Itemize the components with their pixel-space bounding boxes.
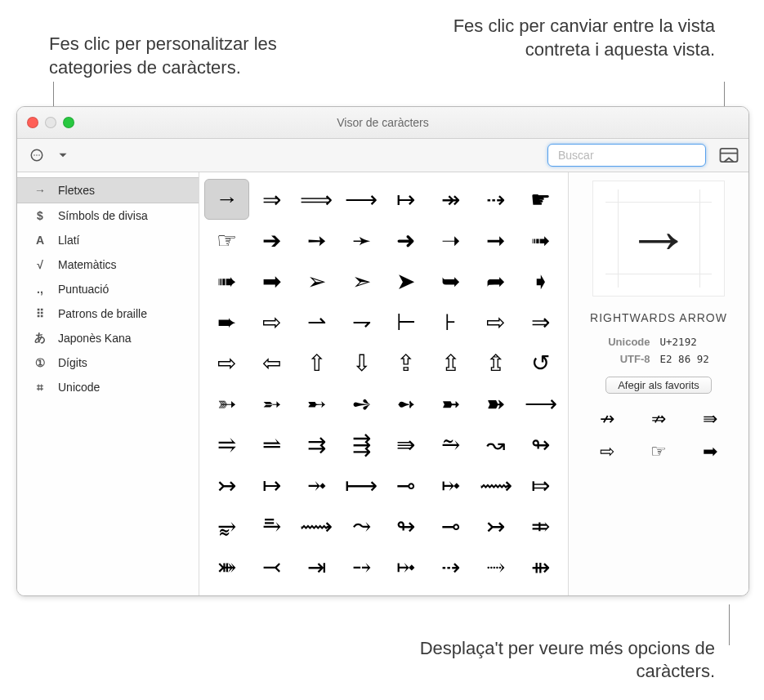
character-cell[interactable]: ⟶ bbox=[339, 179, 384, 220]
character-cell[interactable]: ⤑ bbox=[473, 546, 518, 587]
character-cell[interactable]: ➛ bbox=[339, 220, 384, 261]
sidebar-item-s-mbols-de-divisa[interactable]: $Símbols de divisa bbox=[17, 203, 199, 228]
zoom-window-button[interactable] bbox=[63, 117, 74, 128]
variant-cell[interactable]: ⇛ bbox=[693, 408, 728, 430]
character-cell[interactable]: ⊸ bbox=[384, 465, 429, 506]
character-cell[interactable]: ⤠ bbox=[384, 546, 429, 587]
character-cell[interactable]: ➸ bbox=[294, 383, 339, 424]
character-cell[interactable]: ⇨ bbox=[473, 301, 518, 342]
character-cell[interactable]: ⤠ bbox=[428, 465, 473, 506]
character-cell[interactable]: ⟶ bbox=[518, 383, 563, 424]
character-cell[interactable]: ⇒ bbox=[518, 301, 563, 342]
character-cell[interactable]: ⇨ bbox=[249, 301, 294, 342]
character-cell[interactable]: ↠ bbox=[428, 179, 473, 220]
character-cell[interactable]: ↣ bbox=[204, 465, 249, 506]
character-cell[interactable]: ➢ bbox=[294, 261, 339, 301]
sidebar-item-unicode[interactable]: ⌗Unicode bbox=[17, 375, 199, 399]
character-cell[interactable]: ⇦ bbox=[249, 342, 294, 383]
variant-cell[interactable]: ➡ bbox=[693, 441, 728, 462]
sidebar-item-puntuaci-[interactable]: .,Puntuació bbox=[17, 277, 199, 301]
character-cell[interactable]: ⥲ bbox=[428, 424, 473, 465]
character-cell[interactable]: ➺ bbox=[339, 383, 384, 424]
character-cell[interactable]: ↬ bbox=[384, 506, 429, 546]
character-cell[interactable]: ➞ bbox=[473, 220, 518, 261]
character-cell[interactable]: ➽ bbox=[473, 383, 518, 424]
character-cell[interactable]: ⤙ bbox=[249, 546, 294, 587]
sidebar-item-d-gits[interactable]: ①Dígits bbox=[17, 350, 199, 375]
add-to-favorites-button[interactable]: Afegir als favorits bbox=[605, 377, 712, 394]
character-cell[interactable]: ➥ bbox=[428, 261, 473, 301]
character-cell[interactable]: ⇛ bbox=[384, 424, 429, 465]
character-cell[interactable]: ➙ bbox=[294, 220, 339, 261]
character-cell[interactable]: ⤃ bbox=[518, 506, 563, 546]
character-cell[interactable]: ➟ bbox=[518, 220, 563, 261]
character-cell[interactable]: ⇨ bbox=[204, 342, 249, 383]
character-cell[interactable]: ⤘ bbox=[204, 546, 249, 587]
character-cell[interactable]: ⊢ bbox=[384, 301, 429, 342]
character-cell[interactable]: ☛ bbox=[518, 179, 563, 220]
character-cell[interactable]: ⇪ bbox=[384, 342, 429, 383]
character-cell[interactable]: ⤍ bbox=[339, 546, 384, 587]
character-cell[interactable]: ⇩ bbox=[339, 342, 384, 383]
close-window-button[interactable] bbox=[27, 117, 38, 128]
character-cell[interactable]: ⇀ bbox=[294, 301, 339, 342]
character-cell[interactable]: ➻ bbox=[384, 383, 429, 424]
character-cell[interactable]: ⇢ bbox=[428, 546, 473, 587]
character-cell[interactable]: ⇧ bbox=[294, 342, 339, 383]
sidebar-item-fletxes[interactable]: →Fletxes bbox=[17, 177, 199, 203]
search-field[interactable] bbox=[547, 144, 706, 167]
character-cell[interactable]: ⟹ bbox=[294, 179, 339, 220]
character-cell[interactable]: ⇁ bbox=[339, 301, 384, 342]
sidebar-item-japon-s-kana[interactable]: あJaponès Kana bbox=[17, 326, 199, 350]
character-cell[interactable]: ↦ bbox=[249, 465, 294, 506]
character-cell[interactable]: ⥬ bbox=[249, 424, 294, 465]
character-cell[interactable]: ⤞ bbox=[294, 465, 339, 506]
character-cell[interactable]: ⥱ bbox=[249, 506, 294, 546]
sidebar-item-matem-tics[interactable]: √Matemàtics bbox=[17, 252, 199, 277]
customize-categories-button[interactable] bbox=[25, 145, 48, 165]
character-cell[interactable]: ⇶ bbox=[339, 424, 384, 465]
character-cell[interactable]: ⤳ bbox=[339, 506, 384, 546]
character-cell[interactable]: ↬ bbox=[518, 424, 563, 465]
character-cell[interactable]: ⇒ bbox=[249, 179, 294, 220]
character-cell[interactable]: ⊦ bbox=[428, 301, 473, 342]
character-cell[interactable]: ⇉ bbox=[294, 424, 339, 465]
character-cell[interactable]: ➡ bbox=[249, 261, 294, 301]
character-cell[interactable]: ⥤ bbox=[204, 424, 249, 465]
sidebar-item-patrons-de-braille[interactable]: ⠿Patrons de braille bbox=[17, 301, 199, 326]
character-cell[interactable]: ➨ bbox=[204, 301, 249, 342]
character-cell[interactable]: ⟿ bbox=[294, 506, 339, 546]
character-cell[interactable]: ⟼ bbox=[339, 465, 384, 506]
character-cell[interactable]: ➵ bbox=[249, 383, 294, 424]
character-cell[interactable]: ➼ bbox=[428, 383, 473, 424]
character-cell[interactable]: ➣ bbox=[339, 261, 384, 301]
character-cell[interactable]: ⇬ bbox=[473, 342, 518, 383]
character-cell[interactable]: ⊸ bbox=[428, 506, 473, 546]
variant-cell[interactable]: ⇏ bbox=[641, 408, 676, 430]
character-cell[interactable]: ↣ bbox=[473, 506, 518, 546]
character-cell[interactable]: ⇻ bbox=[518, 546, 563, 587]
search-input[interactable] bbox=[556, 148, 703, 163]
character-cell[interactable]: ⇥ bbox=[294, 546, 339, 587]
variant-cell[interactable]: ↛ bbox=[589, 408, 624, 430]
character-cell[interactable]: ↺ bbox=[518, 342, 563, 383]
character-cell[interactable]: ⥵ bbox=[204, 506, 249, 546]
character-cell[interactable]: ➦ bbox=[473, 261, 518, 301]
sidebar-item-llat-[interactable]: ALlatí bbox=[17, 228, 199, 252]
character-cell[interactable]: ⟿ bbox=[473, 465, 518, 506]
character-cell[interactable]: ↦ bbox=[384, 179, 429, 220]
character-cell[interactable]: → bbox=[204, 179, 249, 220]
character-cell[interactable]: ⇢ bbox=[473, 179, 518, 220]
character-cell[interactable]: ☞ bbox=[204, 220, 249, 261]
toggle-compact-view-button[interactable] bbox=[717, 145, 740, 165]
categories-dropdown[interactable] bbox=[51, 145, 74, 165]
character-cell[interactable]: ➠ bbox=[204, 261, 249, 301]
character-cell[interactable]: ➜ bbox=[384, 220, 429, 261]
character-cell[interactable]: ➤ bbox=[384, 261, 429, 301]
minimize-window-button[interactable] bbox=[45, 117, 56, 128]
character-cell[interactable]: ⇫ bbox=[428, 342, 473, 383]
character-cell[interactable]: ➧ bbox=[518, 261, 563, 301]
character-cell[interactable]: ➔ bbox=[249, 220, 294, 261]
variant-cell[interactable]: ☞ bbox=[641, 441, 676, 462]
character-cell[interactable]: ⤇ bbox=[518, 465, 563, 506]
